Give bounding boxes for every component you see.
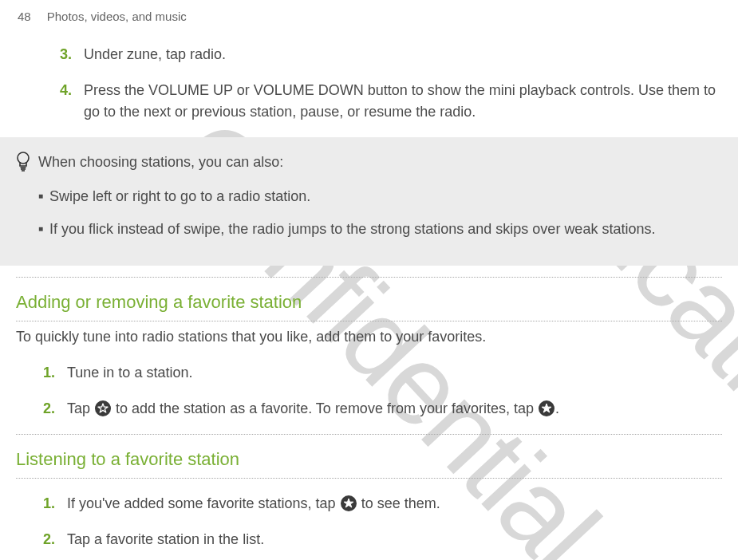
- tip-box: When choosing stations, you can also: ■ …: [0, 137, 738, 266]
- step-text: If you've added some favorite stations, …: [67, 493, 722, 515]
- step-text-after: .: [555, 400, 559, 416]
- step-text: Tap to add the station as a favorite. To…: [67, 398, 722, 420]
- step-number: 3.: [60, 44, 84, 65]
- list-item: 3. Under zune, tap radio.: [60, 44, 722, 65]
- list-item: 2. Tap a favorite station in the list.: [43, 529, 722, 550]
- favorite-steps-list: 1. Tune in to a station. 2. Tap to add t…: [43, 362, 722, 420]
- lightbulb-icon: [16, 152, 30, 175]
- remove-favorite-icon: [538, 400, 555, 417]
- intro-steps-list: 3. Under zune, tap radio. 4. Press the V…: [60, 44, 722, 123]
- step-number: 1.: [43, 362, 67, 384]
- list-item: 1. If you've added some favorite station…: [43, 493, 722, 515]
- section-intro: To quickly tune into radio stations that…: [16, 326, 722, 348]
- list-item: 2. Tap to add the station as a favorite.…: [43, 398, 722, 420]
- step-number: 2.: [43, 529, 67, 550]
- add-favorite-icon: [94, 400, 112, 417]
- step-text: Press the VOLUME UP or VOLUME DOWN butto…: [84, 80, 722, 123]
- page-number: 48: [18, 10, 31, 23]
- list-item: ■ If you flick instead of swipe, the rad…: [38, 219, 722, 240]
- tip-content: When choosing stations, you can also: ■ …: [38, 152, 722, 251]
- section-title: Listening to a favorite station: [16, 435, 722, 479]
- step-text-after: to see them.: [357, 495, 440, 511]
- svg-point-0: [18, 152, 29, 164]
- step-text-before: If you've added some favorite stations, …: [67, 495, 340, 511]
- list-item: 4. Press the VOLUME UP or VOLUME DOWN bu…: [60, 80, 722, 123]
- listen-steps-list: 1. If you've added some favorite station…: [43, 493, 722, 550]
- step-text-before: Tap: [67, 400, 94, 416]
- list-item: ■ Swipe left or right to go to a radio s…: [38, 186, 722, 207]
- step-text-mid: to add the station as a favorite. To rem…: [112, 400, 538, 416]
- favorites-list-icon: [340, 495, 357, 512]
- step-text: Tune in to a station.: [67, 362, 722, 384]
- page-header: 48 Photos, videos, and music: [0, 0, 738, 23]
- tip-item-text: Swipe left or right to go to a radio sta…: [49, 186, 722, 207]
- bullet-icon: ■: [38, 186, 43, 207]
- tip-intro: When choosing stations, you can also:: [38, 152, 722, 173]
- section-listen-favorite: Listening to a favorite station 1. If yo…: [16, 434, 722, 550]
- section-add-remove-favorite: Adding or removing a favorite station To…: [16, 277, 722, 420]
- svg-point-4: [95, 400, 111, 416]
- step-text: Under zune, tap radio.: [84, 44, 722, 65]
- tip-item-text: If you flick instead of swipe, the radio…: [49, 219, 722, 240]
- section-title: Adding or removing a favorite station: [16, 278, 722, 321]
- bullet-icon: ■: [38, 219, 43, 240]
- tip-bullet-list: ■ Swipe left or right to go to a radio s…: [38, 186, 722, 240]
- chapter-title: Photos, videos, and music: [47, 10, 187, 23]
- step-text: Tap a favorite station in the list.: [67, 529, 722, 550]
- step-number: 2.: [43, 398, 67, 420]
- step-number: 4.: [60, 80, 84, 123]
- step-number: 1.: [43, 493, 67, 515]
- list-item: 1. Tune in to a station.: [43, 362, 722, 384]
